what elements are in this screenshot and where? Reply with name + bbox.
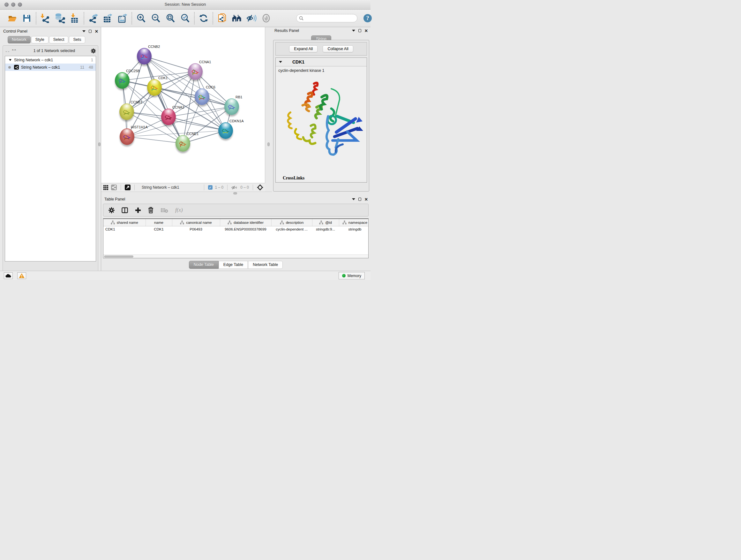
- float-panel-icon[interactable]: [358, 198, 361, 201]
- column-header-database-identifier[interactable]: database identifier: [220, 219, 271, 226]
- entry-collapse-icon[interactable]: [279, 61, 282, 63]
- node-CDC6[interactable]: [195, 88, 209, 105]
- birdseye-crosshair-icon[interactable]: [257, 184, 263, 191]
- network-canvas[interactable]: CCNB2CCNA1CDC25BCDK1CDC6RB1CCNB1CCNA2CDK…: [101, 27, 265, 183]
- edge-CCNB2-CCNA1[interactable]: [144, 56, 195, 71]
- node-CDC25B[interactable]: [115, 72, 130, 89]
- network-row-selected[interactable]: String Network – cdk1 11 48: [5, 64, 96, 71]
- float-panel-icon[interactable]: [89, 30, 91, 33]
- bottom-splitter-handle[interactable]: [233, 192, 237, 194]
- table-cell[interactable]: cyclin-dependent ...: [271, 226, 312, 233]
- delete-table-icon[interactable]: [160, 207, 168, 213]
- import-network-database-button[interactable]: [55, 13, 65, 23]
- delete-column-icon[interactable]: [148, 207, 153, 213]
- open-session-button[interactable]: [7, 13, 17, 23]
- node-CCNA2[interactable]: [161, 109, 176, 125]
- zoom-fit-button[interactable]: [165, 13, 176, 23]
- import-table-button[interactable]: [70, 13, 80, 23]
- tab-network[interactable]: Network: [8, 36, 30, 44]
- tab-network-table[interactable]: Network Table: [248, 261, 283, 269]
- close-panel-icon[interactable]: ✕: [364, 29, 368, 33]
- memory-button[interactable]: Memory: [339, 272, 365, 279]
- edge-CCNE1-HIST1H1A[interactable]: [127, 137, 183, 143]
- table-cell[interactable]: P06493: [172, 226, 220, 233]
- tab-edge-table[interactable]: Edge Table: [219, 261, 248, 269]
- collapse-all-networks-icon[interactable]: ⌄⌄: [5, 49, 9, 53]
- tab-select[interactable]: Select: [49, 36, 69, 44]
- node-CCNB1[interactable]: [119, 104, 134, 120]
- cloud-button[interactable]: [4, 272, 13, 279]
- right-splitter-handle[interactable]: [267, 142, 270, 146]
- collapse-panel-icon[interactable]: [352, 30, 355, 32]
- node-CCNB2[interactable]: [137, 48, 151, 64]
- tab-node-table[interactable]: Node Table: [189, 261, 219, 269]
- column-header-namespace[interactable]: namespace: [339, 219, 368, 226]
- scrollbar-thumb[interactable]: [104, 255, 133, 258]
- column-header-shared-name[interactable]: shared name: [104, 219, 145, 226]
- expand-all-button[interactable]: Expand All: [289, 45, 318, 52]
- tab-style[interactable]: Style: [31, 36, 49, 44]
- table-cell[interactable]: CDK1: [104, 226, 145, 233]
- search-input[interactable]: [305, 16, 354, 20]
- save-session-button[interactable]: [22, 13, 32, 23]
- network-collection-row[interactable]: String Network – cdk1 1: [5, 56, 96, 64]
- show-graphics-details-button[interactable]: [261, 13, 271, 23]
- function-builder-icon[interactable]: f(x): [175, 207, 183, 213]
- table-row[interactable]: CDK1CDK1P064939606.ENSP00000378699cyclin…: [104, 226, 368, 233]
- node-CCNA1[interactable]: [188, 63, 203, 80]
- enhanced-graphics-toggle-button[interactable]: [246, 13, 257, 23]
- help-button[interactable]: ?: [363, 13, 370, 23]
- node-HIST1H1A[interactable]: [120, 128, 134, 145]
- zoom-selected-button[interactable]: [180, 13, 190, 23]
- export-table-button[interactable]: [103, 13, 113, 23]
- table-cell[interactable]: stringdb: [339, 226, 368, 233]
- export-network-button[interactable]: [88, 13, 98, 23]
- string-home-button[interactable]: [232, 13, 242, 23]
- selected-checkbox-icon[interactable]: ✓: [208, 185, 212, 190]
- node-RB1[interactable]: [224, 98, 239, 115]
- collection-expand-icon[interactable]: [9, 59, 11, 61]
- edge-CCNA2-CDKN1A[interactable]: [169, 117, 226, 131]
- open-in-window-icon[interactable]: [125, 185, 131, 190]
- gear-icon[interactable]: [109, 207, 115, 213]
- memory-label: Memory: [347, 273, 361, 278]
- clone-network-button[interactable]: [217, 13, 227, 23]
- warning-button[interactable]: [17, 272, 26, 279]
- close-panel-icon[interactable]: ✕: [95, 29, 98, 34]
- column-header--id[interactable]: @id: [312, 219, 339, 226]
- expand-all-networks-icon[interactable]: ⌃⌃: [11, 49, 16, 53]
- table-cell[interactable]: CDK1: [145, 226, 172, 233]
- refresh-button[interactable]: [199, 13, 209, 23]
- column-header-description[interactable]: description: [271, 219, 312, 226]
- node-CDK1[interactable]: [147, 79, 162, 96]
- add-column-icon[interactable]: [135, 207, 141, 213]
- network-options-gear-icon[interactable]: [91, 48, 96, 54]
- left-splitter-handle[interactable]: [98, 142, 100, 146]
- collapse-panel-icon[interactable]: [82, 30, 85, 32]
- collapse-panel-icon[interactable]: [352, 198, 355, 200]
- float-panel-icon[interactable]: [358, 29, 361, 32]
- table-horizontal-scrollbar[interactable]: [104, 254, 368, 258]
- column-header-canonical-name[interactable]: canonical name: [172, 219, 220, 226]
- collapse-all-button[interactable]: Collapse All: [323, 45, 353, 52]
- share-view-icon[interactable]: [111, 185, 117, 190]
- import-network-button[interactable]: [40, 13, 51, 23]
- node-label-RB1: RB1: [235, 95, 242, 99]
- node-CCNE1[interactable]: [176, 135, 190, 152]
- hierarchy-icon: [111, 221, 115, 225]
- zoom-out-button[interactable]: [151, 13, 161, 23]
- control-panel-tabs: NetworkStyleSelectSets: [0, 34, 101, 44]
- tab-sets[interactable]: Sets: [69, 36, 85, 44]
- export-image-button[interactable]: [118, 13, 128, 23]
- columns-icon[interactable]: [122, 207, 128, 213]
- edge-CCNB2-CCNE1[interactable]: [144, 56, 183, 143]
- zoom-in-button[interactable]: [136, 13, 146, 23]
- column-header-name[interactable]: name: [145, 219, 172, 226]
- grid-view-icon[interactable]: [103, 185, 109, 190]
- network-view-toolbar: String Network – cdk1 ✓ 1 – 0 0 – 0: [101, 183, 265, 192]
- close-panel-icon[interactable]: ✕: [364, 197, 368, 201]
- node-CDKN1A[interactable]: [218, 122, 233, 139]
- table-cell[interactable]: 9606.ENSP00000378699: [220, 226, 271, 233]
- table-cell[interactable]: stringdb:9...: [312, 226, 339, 233]
- table-panel: Table Panel ✕: [101, 195, 370, 271]
